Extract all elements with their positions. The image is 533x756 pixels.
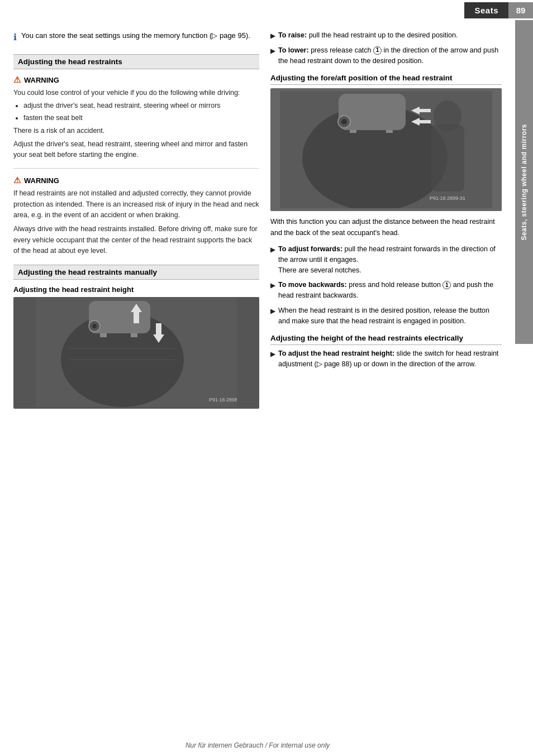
- fore-aft-list: ▶ To adjust forwards: pull the head rest…: [270, 244, 502, 326]
- warning-title-2: ⚠ WARNING: [13, 175, 259, 185]
- header-bar: Seats 89: [47, 0, 533, 20]
- section-header-adjusting: Adjusting the head restraints: [13, 54, 259, 69]
- raise-lower-list: ▶ To raise: pull the head restraint up t…: [270, 30, 502, 66]
- svg-text:P91·16·2899-31: P91·16·2899-31: [430, 195, 465, 201]
- warning-block-1: ⚠ WARNING You could lose control of your…: [13, 75, 259, 160]
- footer: Nur für internen Gebrauch / For internal…: [0, 741, 515, 749]
- header-title: Seats: [464, 2, 508, 18]
- svg-text:P91·16·2898-31: P91·16·2898-31: [209, 397, 237, 403]
- warning1-bullets: adjust the driver's seat, head restraint…: [23, 101, 259, 123]
- left-seat-image: P91·16·2898-31: [13, 297, 259, 409]
- footer-text: Nur für internen Gebrauch / For internal…: [185, 741, 330, 749]
- warning-block-2: ⚠ WARNING If head restraints are not ins…: [13, 175, 259, 256]
- warning-title-1: ⚠ WARNING: [13, 75, 259, 85]
- bullet-forwards: ▶ To adjust forwards: pull the head rest…: [270, 244, 502, 275]
- page-number: 89: [508, 2, 533, 18]
- side-tab: Seats, steering wheel and mirrors: [515, 20, 533, 344]
- circle-2: 1: [442, 281, 451, 289]
- bullet-backwards: ▶ To move backwards: press and hold rele…: [270, 280, 502, 301]
- left-column: ℹ You can store the seat settings using …: [13, 30, 259, 412]
- bullet-raise: ▶ To raise: pull the head restraint up t…: [270, 30, 502, 41]
- svg-point-18: [341, 119, 347, 125]
- info-icon: ℹ: [13, 31, 17, 44]
- fore-aft-body: With this function you can adjust the di…: [270, 217, 502, 238]
- right-seat-svg: P91·16·2899-31: [280, 91, 492, 208]
- bullet-electrical: ▶ To adjust the head restraint height: s…: [270, 348, 502, 370]
- svg-rect-21: [431, 125, 464, 192]
- warning-body-2: If head restraints are not installed and…: [13, 188, 259, 256]
- electrical-title: Adjusting the height of the head restrai…: [270, 334, 502, 345]
- left-seat-svg: P91·16·2898-31: [36, 298, 237, 407]
- warning1-bullet-1: adjust the driver's seat, head restraint…: [23, 101, 259, 111]
- section-header-manual: Adjusting the head restraints manually: [13, 265, 259, 280]
- bullet-engaged: ▶ When the head restraint is in the desi…: [270, 305, 502, 327]
- svg-point-6: [92, 324, 97, 328]
- fore-aft-title: Adjusting the fore/aft position of the h…: [270, 74, 502, 85]
- warning1-bullet-2: fasten the seat belt: [23, 113, 259, 123]
- electrical-list: ▶ To adjust the head restraint height: s…: [270, 348, 502, 370]
- circle-1: 1: [373, 46, 382, 55]
- right-seat-image: P91·16·2899-31: [270, 88, 502, 211]
- main-content: ℹ You can store the seat settings using …: [0, 20, 515, 434]
- subsection-height-title: Adjusting the head restraint height: [13, 285, 259, 294]
- warning-icon-1: ⚠: [13, 75, 21, 85]
- right-column: ▶ To raise: pull the head restraint up t…: [270, 30, 502, 412]
- warning-body-1: You could lose control of your vehicle i…: [13, 88, 259, 160]
- info-note-text: You can store the seat settings using th…: [21, 30, 250, 44]
- warning-divider: [13, 168, 259, 169]
- info-note: ℹ You can store the seat settings using …: [13, 30, 259, 44]
- bullet-lower: ▶ To lower: press release catch 1 in the…: [270, 45, 502, 66]
- svg-point-22: [434, 101, 461, 132]
- warning-icon-2: ⚠: [13, 175, 21, 185]
- side-tab-label: Seats, steering wheel and mirrors: [520, 124, 528, 241]
